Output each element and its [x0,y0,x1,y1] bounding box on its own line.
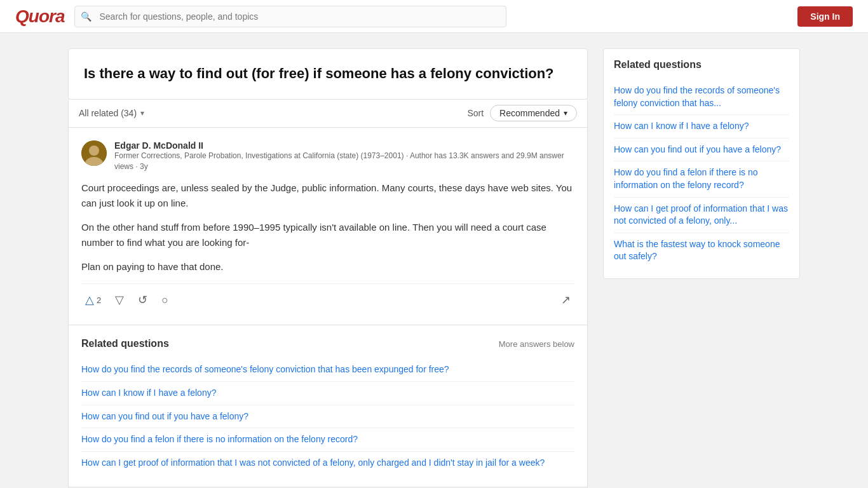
related-link-0[interactable]: How do you find the records of someone's… [81,358,574,382]
all-related-label: All related (34) [79,108,137,118]
sidebar-link-2[interactable]: How can you find out if you have a felon… [614,139,789,162]
sidebar-link-1[interactable]: How can I know if I have a felony? [614,115,789,139]
sidebar-card: Related questions How do you find the re… [603,48,800,279]
search-input[interactable] [74,6,506,27]
comment-button[interactable]: ○ [158,291,172,309]
related-inline-title: Related questions [81,338,169,349]
share-button[interactable]: ↗ [557,290,574,309]
chevron-down-icon: ▾ [564,109,567,118]
sort-label: Sort [467,108,484,118]
related-link-3[interactable]: How do you find a felon if there is no i… [81,428,574,452]
downvote-button[interactable]: ▽ [111,290,128,309]
action-bar: △ 2 ▽ ↺ ○ ↗ [81,283,574,312]
upvote-count: 2 [97,295,101,305]
main-content: Is there a way to find out (for free) if… [68,48,588,488]
upvote-icon: △ [85,293,94,307]
quora-logo[interactable]: Quora [15,6,64,27]
question-title: Is there a way to find out (for free) if… [84,64,572,84]
sidebar-link-0[interactable]: How do you find the records of someone's… [614,79,789,115]
comment-icon: ○ [161,294,168,307]
sidebar-link-4[interactable]: How can I get proof of information that … [614,198,789,233]
header-right: Sign In [797,6,853,27]
sidebar-title: Related questions [614,59,789,71]
author-name[interactable]: Edgar D. McDonald II [114,140,574,151]
all-related-filter[interactable]: All related (34) ▾ [79,108,144,118]
related-link-2[interactable]: How can you find out if you have a felon… [81,405,574,429]
recommended-label: Recommended [499,108,560,118]
search-icon: 🔍 [81,11,92,22]
downvote-icon: ▽ [115,293,124,307]
retoot-button[interactable]: ↺ [134,290,151,309]
upvote-button[interactable]: △ 2 [81,290,105,309]
question-card: Is there a way to find out (for free) if… [68,48,588,100]
search-bar-container: 🔍 [74,6,506,27]
author-info: Edgar D. McDonald II Former Corrections,… [114,140,574,172]
sidebar-link-3[interactable]: How do you find a felon if there is no i… [614,161,789,197]
answer-paragraph-2: On the other hand stuff from before 1990… [81,220,574,250]
chevron-down-icon: ▾ [140,109,144,118]
more-answers-label: More answers below [499,339,574,349]
avatar [81,140,107,166]
related-inline-card: Related questions More answers below How… [68,325,588,487]
answer-paragraph-3: Plan on paying to have that done. [81,259,574,274]
related-link-1[interactable]: How can I know if I have a felony? [81,382,574,405]
retoot-icon: ↺ [138,293,147,307]
related-inline-header: Related questions More answers below [81,338,574,349]
filter-bar: All related (34) ▾ Sort Recommended ▾ [68,100,588,128]
sidebar: Related questions How do you find the re… [603,48,800,488]
page-layout: Is there a way to find out (for free) if… [53,48,815,488]
answer-text: Court proceedings are, unless sealed by … [81,180,574,274]
header: Quora 🔍 Sign In [0,0,868,33]
sidebar-link-5[interactable]: What is the fastest way to knock someone… [614,233,789,268]
answer-paragraph-1: Court proceedings are, unless sealed by … [81,180,574,211]
svg-point-1 [89,146,99,156]
sort-dropdown[interactable]: Recommended ▾ [490,105,577,121]
sign-in-button[interactable]: Sign In [797,6,853,27]
share-icon: ↗ [561,293,571,307]
answer-card: Edgar D. McDonald II Former Corrections,… [68,128,588,326]
author-bio: Former Corrections, Parole Probation, In… [114,151,574,172]
author-row: Edgar D. McDonald II Former Corrections,… [81,140,574,172]
related-link-4[interactable]: How can I get proof of information that … [81,452,574,475]
sort-container: Sort Recommended ▾ [467,105,577,121]
